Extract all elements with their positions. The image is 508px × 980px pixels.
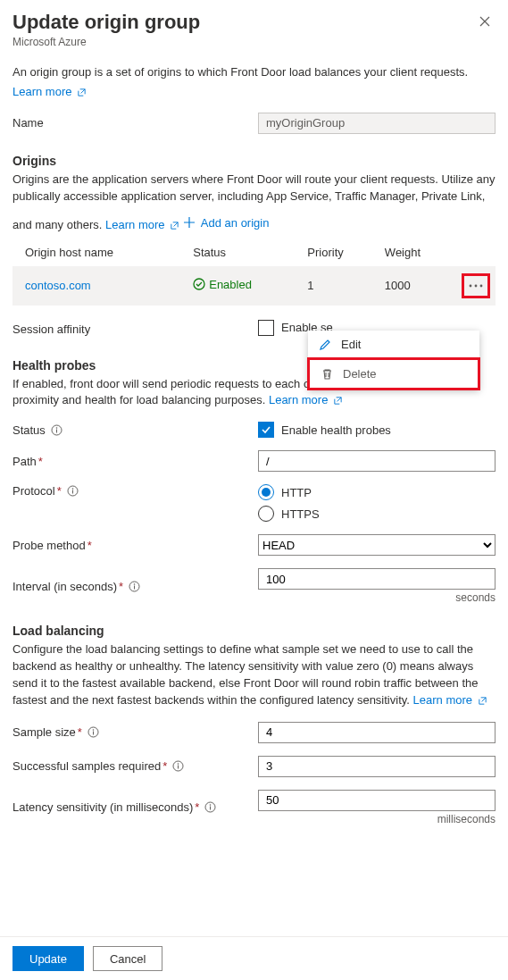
edit-icon	[319, 338, 332, 351]
svg-point-1	[470, 284, 472, 287]
svg-point-20	[210, 804, 212, 806]
external-link-icon	[170, 221, 179, 230]
learn-more-label: Learn more	[413, 693, 472, 707]
health-learn-more-link[interactable]: Learn more	[269, 393, 343, 406]
plus-icon	[183, 216, 196, 229]
external-link-icon	[77, 88, 87, 97]
path-label: Path	[12, 455, 37, 468]
interval-input[interactable]	[258, 568, 496, 590]
info-icon[interactable]	[51, 424, 62, 436]
svg-point-8	[71, 488, 73, 490]
probe-method-label: Probe method	[12, 539, 86, 552]
sample-size-label: Sample size	[12, 725, 76, 739]
close-icon	[478, 14, 492, 29]
add-origin-label: Add an origin	[201, 216, 270, 230]
row-actions-highlight	[462, 273, 490, 298]
external-link-icon	[333, 396, 343, 406]
panel-brand: Microsoft Azure	[12, 36, 496, 48]
row-actions-button[interactable]	[466, 278, 486, 294]
intro-text: An origin group is a set of origins to w…	[12, 64, 496, 81]
table-row[interactable]: contoso.com Enabled 1 1000	[12, 266, 496, 306]
more-icon	[468, 280, 484, 292]
delete-icon	[321, 367, 334, 381]
update-button[interactable]: Update	[12, 946, 84, 971]
col-host: Origin host name	[12, 239, 187, 266]
svg-point-0	[194, 279, 204, 289]
origins-title: Origins	[12, 154, 496, 168]
learn-more-label: Learn more	[269, 393, 328, 406]
learn-more-label: Learn more	[12, 85, 71, 98]
svg-point-2	[475, 284, 478, 287]
session-affinity-label: Session affinity	[12, 322, 258, 336]
enable-health-probes-checkbox[interactable]: Enable health probes	[258, 422, 391, 438]
success-samples-label: Successful samples required	[12, 759, 161, 773]
svg-rect-21	[210, 807, 211, 810]
svg-point-11	[134, 583, 136, 585]
learn-more-label: Learn more	[105, 218, 164, 231]
check-circle-icon	[193, 278, 205, 290]
svg-point-14	[93, 729, 95, 731]
lb-desc: Configure the load balancing settings to…	[12, 642, 479, 707]
info-icon[interactable]	[129, 581, 140, 592]
sample-size-input[interactable]	[258, 722, 496, 743]
interval-unit: seconds	[258, 591, 496, 604]
intro-learn-more-link[interactable]: Learn more	[12, 85, 87, 98]
origin-priority: 1	[302, 266, 379, 306]
panel-footer: Update Cancel	[0, 936, 508, 980]
protocol-http-radio[interactable]: HTTP	[258, 484, 496, 500]
path-input[interactable]	[258, 450, 496, 472]
origin-host-link[interactable]: contoso.com	[25, 279, 91, 292]
svg-rect-9	[72, 490, 73, 494]
context-delete-item[interactable]: Delete	[307, 357, 480, 390]
col-status: Status	[187, 239, 302, 266]
context-edit-label: Edit	[341, 338, 361, 351]
probe-method-select[interactable]: HEAD	[258, 534, 496, 556]
lb-learn-more-link[interactable]: Learn more	[413, 693, 487, 707]
close-button[interactable]	[478, 14, 492, 31]
info-icon[interactable]	[204, 801, 216, 813]
origins-learn-more-link[interactable]: Learn more	[105, 218, 183, 231]
name-input	[258, 113, 496, 134]
latency-unit: milliseconds	[258, 813, 496, 825]
latency-label: Latency sensitivity (in milliseconds)	[12, 800, 193, 814]
svg-point-3	[480, 284, 483, 287]
update-origin-group-panel: Update origin group Microsoft Azure An o…	[0, 0, 508, 825]
interval-label: Interval (in seconds)	[12, 580, 117, 593]
panel-header: Update origin group Microsoft Azure	[12, 11, 496, 48]
svg-point-5	[56, 427, 58, 429]
info-icon[interactable]	[172, 760, 184, 772]
info-icon[interactable]	[67, 485, 79, 497]
latency-input[interactable]	[258, 790, 496, 811]
checkbox-icon	[258, 320, 274, 336]
info-icon[interactable]	[87, 726, 99, 738]
lb-title: Load balancing	[12, 624, 496, 638]
svg-rect-6	[56, 429, 57, 432]
origin-weight: 1000	[379, 266, 456, 306]
context-delete-label: Delete	[343, 367, 377, 381]
external-link-icon	[478, 696, 487, 706]
add-origin-button[interactable]: Add an origin	[183, 216, 270, 230]
name-label: Name	[12, 116, 258, 130]
checkbox-icon	[258, 422, 274, 438]
col-priority: Priority	[302, 239, 379, 266]
protocol-https-radio[interactable]: HTTPS	[258, 506, 496, 522]
enable-health-probes-label: Enable health probes	[281, 423, 391, 437]
svg-rect-15	[93, 732, 94, 735]
origin-status: Enabled	[193, 278, 252, 291]
cancel-button[interactable]: Cancel	[93, 946, 162, 971]
svg-rect-12	[134, 585, 135, 589]
context-edit-item[interactable]: Edit	[308, 331, 479, 358]
svg-rect-18	[178, 766, 179, 769]
success-samples-input[interactable]	[258, 756, 496, 777]
panel-title: Update origin group	[12, 11, 496, 34]
origins-table: Origin host name Status Priority Weight …	[12, 239, 496, 306]
health-status-label: Status	[12, 423, 46, 437]
col-weight: Weight	[379, 239, 456, 266]
row-context-menu: Edit Delete	[308, 331, 479, 389]
protocol-label: Protocol	[12, 484, 55, 498]
svg-point-17	[178, 763, 179, 765]
